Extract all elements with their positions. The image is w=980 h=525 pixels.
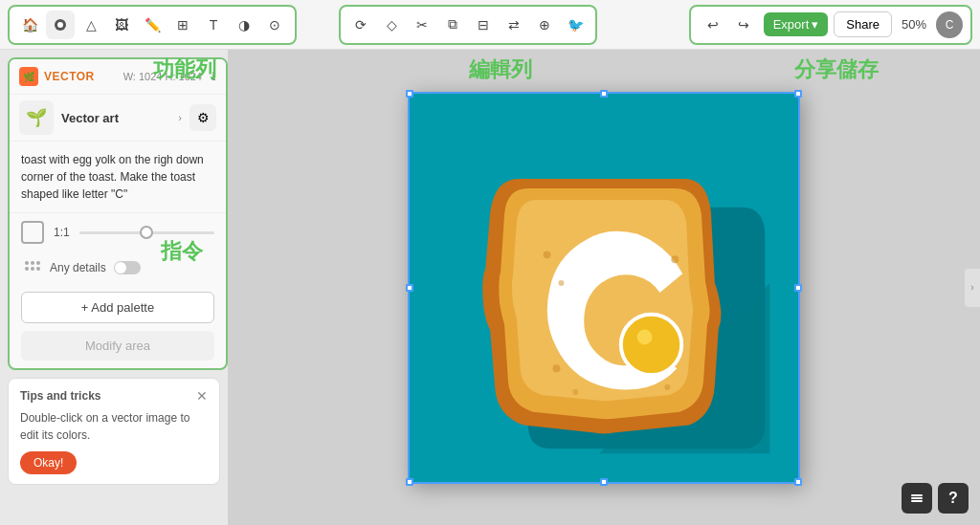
- vector-name: Vector art: [61, 111, 170, 125]
- export-label: Export: [773, 17, 810, 32]
- svg-rect-18: [911, 494, 923, 496]
- handle-top-right[interactable]: [794, 90, 802, 98]
- bottom-icons: ?: [902, 483, 969, 514]
- canvas-area: › ?: [228, 50, 980, 525]
- flip-btn[interactable]: ⇄: [500, 11, 528, 39]
- export-chevron-icon: ▾: [812, 17, 818, 32]
- svg-point-5: [31, 267, 34, 271]
- undo-redo-group: ↩ ↪: [699, 11, 758, 39]
- toast-illustration: [410, 94, 798, 482]
- top-toolbar: 🏠 △ 🖼 ✏️ ⊞ T ◑ ⊙ ⟳ ◇ ✂ ⧉ ⊟ ⇄ ⊕ 🐦 ↩ ↪ Exp…: [0, 0, 980, 50]
- canvas-frame[interactable]: [408, 92, 800, 484]
- svg-point-10: [621, 314, 681, 374]
- paste-btn[interactable]: ⊟: [469, 11, 498, 39]
- svg-point-16: [664, 384, 670, 390]
- lasso-btn[interactable]: △: [77, 11, 105, 39]
- add-palette-btn[interactable]: + Add palette: [21, 292, 214, 323]
- svg-point-13: [558, 280, 564, 286]
- svg-point-2: [25, 261, 29, 265]
- svg-point-14: [553, 364, 561, 372]
- ratio-row: 1:1: [10, 213, 226, 252]
- select-tool-btn[interactable]: [46, 11, 75, 39]
- svg-point-17: [572, 388, 578, 394]
- ratio-slider[interactable]: [79, 231, 214, 234]
- svg-point-3: [31, 261, 34, 265]
- detail-row: Any details: [10, 252, 226, 284]
- svg-point-6: [36, 261, 40, 265]
- detail-toggle[interactable]: [114, 261, 141, 274]
- redo-btn[interactable]: ↪: [729, 11, 758, 39]
- svg-point-11: [637, 329, 653, 344]
- edit-tool1-btn[interactable]: ⟳: [346, 11, 375, 39]
- ratio-label: 1:1: [54, 226, 70, 239]
- info-icon: ℹ: [212, 70, 216, 83]
- vector-chevron-icon: ›: [178, 112, 182, 123]
- handle-bottom-right[interactable]: [794, 478, 802, 486]
- export-btn[interactable]: Export ▾: [764, 12, 829, 36]
- panel-header-icon: 🌿: [19, 67, 38, 86]
- zoom-level: 50%: [898, 17, 930, 32]
- ratio-box-icon: [21, 221, 44, 244]
- settings-btn[interactable]: ⚙: [189, 104, 216, 131]
- svg-rect-20: [911, 500, 923, 502]
- main-area: 🌿 VECTOR W: 1024 H: 1024 ℹ 🌱 Vector art …: [0, 50, 980, 525]
- help-btn[interactable]: ?: [938, 483, 969, 514]
- avatar-btn[interactable]: C: [936, 11, 963, 38]
- detail-dots-icon: [21, 257, 42, 278]
- undo-btn[interactable]: ↩: [699, 11, 727, 39]
- modify-area-btn[interactable]: Modify area: [21, 331, 214, 361]
- layers-btn[interactable]: [902, 483, 932, 514]
- handle-top-mid[interactable]: [600, 90, 608, 98]
- image-btn[interactable]: 🖼: [107, 11, 136, 39]
- svg-point-15: [671, 255, 679, 263]
- arrange-btn[interactable]: ⊕: [530, 11, 559, 39]
- edit-tool2-btn[interactable]: ◇: [377, 11, 406, 39]
- vector-art-row[interactable]: 🌱 Vector art › ⚙: [10, 95, 226, 142]
- 功能列-section: 🏠 △ 🖼 ✏️ ⊞ T ◑ ⊙: [8, 5, 297, 45]
- svg-point-12: [544, 251, 551, 258]
- handle-top-left[interactable]: [406, 90, 413, 98]
- svg-point-4: [25, 267, 29, 271]
- left-panel: 🌿 VECTOR W: 1024 H: 1024 ℹ 🌱 Vector art …: [8, 57, 228, 370]
- tips-close-btn[interactable]: ✕: [196, 388, 208, 404]
- handle-bottom-mid[interactable]: [600, 478, 608, 486]
- grid-btn[interactable]: ⊙: [260, 11, 289, 39]
- okay-btn[interactable]: Okay!: [20, 451, 77, 474]
- tips-body: Double-click on a vector image to edit i…: [20, 409, 208, 444]
- handle-mid-right[interactable]: [794, 284, 802, 292]
- panel-wh: W: 1024 H: 1024: [123, 71, 202, 82]
- handle-mid-left[interactable]: [406, 284, 413, 292]
- tips-title: Tips and tricks: [20, 389, 100, 403]
- side-collapse-btn[interactable]: ›: [965, 269, 980, 307]
- prompt-text: toast with egg yolk on the righ down cor…: [10, 142, 226, 213]
- pen-btn[interactable]: ✏️: [138, 11, 167, 39]
- svg-point-7: [36, 267, 40, 271]
- 分享儲存-section: ↩ ↪ Export ▾ Share 50% C: [689, 5, 972, 45]
- detail-label: Any details: [50, 261, 106, 274]
- tips-header: Tips and tricks ✕: [20, 388, 208, 404]
- svg-rect-19: [911, 497, 923, 499]
- shape-btn[interactable]: ◑: [230, 11, 258, 39]
- help-icon: ?: [948, 490, 958, 507]
- cut-btn[interactable]: ✂: [408, 11, 436, 39]
- home-btn[interactable]: 🏠: [15, 11, 44, 39]
- svg-point-1: [57, 22, 63, 28]
- handle-bottom-left[interactable]: [406, 478, 413, 486]
- magic-btn[interactable]: 🐦: [561, 11, 590, 39]
- crop-btn[interactable]: ⊞: [168, 11, 197, 39]
- tips-panel: Tips and tricks ✕ Double-click on a vect…: [8, 378, 220, 485]
- panel-header-title: VECTOR: [44, 70, 95, 83]
- vector-thumbnail: 🌱: [19, 100, 54, 135]
- share-btn[interactable]: Share: [834, 11, 892, 37]
- panel-header: 🌿 VECTOR W: 1024 H: 1024 ℹ: [10, 59, 226, 95]
- 編輯列-section: ⟳ ◇ ✂ ⧉ ⊟ ⇄ ⊕ 🐦: [339, 5, 597, 45]
- copy-btn[interactable]: ⧉: [438, 11, 467, 39]
- text-btn[interactable]: T: [199, 11, 228, 39]
